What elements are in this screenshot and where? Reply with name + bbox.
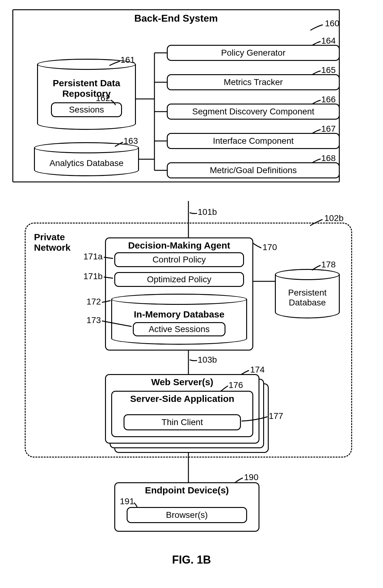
ref-102b: 102b	[324, 213, 343, 223]
metric-goal-box: Metric/Goal Definitions	[167, 162, 340, 178]
ref-167: 167	[321, 124, 336, 134]
metrics-tracker-box: Metrics Tracker	[167, 74, 340, 90]
optimized-policy-box: Optimized Policy	[114, 272, 244, 287]
control-policy-box: Control Policy	[114, 252, 244, 267]
figure-label: FIG. 1B	[12, 553, 371, 566]
active-sessions-box: Active Sessions	[133, 322, 225, 336]
ref-170: 170	[263, 242, 277, 252]
backend-title: Back-End System	[13, 13, 339, 24]
ref-164: 164	[321, 36, 336, 46]
browsers-box: Browser(s)	[127, 507, 247, 523]
ref-166: 166	[321, 95, 336, 104]
agent-title: Decision-Making Agent	[106, 240, 252, 251]
analytics-database: Analytics Database	[34, 142, 139, 176]
ref-171b: 171b	[83, 271, 103, 281]
in-memory-db-title: In-Memory Database	[134, 309, 224, 320]
active-sessions-label: Active Sessions	[149, 324, 210, 334]
control-policy-label: Control Policy	[153, 255, 206, 265]
diagram-canvas: 100b Back-End System 160 Persistent Data…	[12, 9, 371, 572]
persistent-database: Persistent Database	[275, 269, 340, 318]
in-memory-database: In-Memory Database Active Sessions	[111, 294, 247, 345]
ref-160: 160	[325, 19, 339, 28]
persistent-db-label: Persistent Database	[288, 288, 327, 308]
thin-client-label: Thin Client	[162, 417, 203, 427]
private-network-title: Private Network	[34, 232, 70, 253]
ref-178: 178	[321, 260, 336, 270]
ref-161: 161	[120, 55, 135, 65]
metric-goal-label: Metric/Goal Definitions	[210, 165, 297, 175]
interface-component-box: Interface Component	[167, 133, 340, 149]
ref-173: 173	[86, 315, 101, 325]
ref-171a: 171a	[83, 252, 103, 262]
ref-163: 163	[124, 136, 138, 146]
ref-177: 177	[269, 411, 283, 421]
policy-generator-box: Policy Generator	[167, 45, 340, 61]
policy-generator-label: Policy Generator	[221, 48, 286, 58]
ref-165: 165	[321, 65, 336, 75]
ref-190: 190	[244, 472, 259, 482]
ref-174: 174	[250, 365, 265, 375]
segment-discovery-box: Segment Discovery Component	[167, 104, 340, 120]
sessions-label: Sessions	[69, 105, 104, 115]
segment-discovery-label: Segment Discovery Component	[192, 107, 314, 117]
endpoint-title: Endpoint Device(s)	[115, 485, 259, 496]
thin-client-box: Thin Client	[124, 414, 241, 430]
interface-component-label: Interface Component	[213, 136, 294, 146]
ref-168: 168	[321, 153, 336, 163]
optimized-policy-label: Optimized Policy	[147, 275, 212, 284]
ref-103b: 103b	[198, 355, 217, 365]
ref-162: 162	[96, 93, 110, 103]
ref-176: 176	[229, 380, 243, 390]
ref-101b: 101b	[198, 207, 217, 217]
persistent-data-repository: Persistent Data Repository Sessions	[37, 59, 136, 130]
analytics-db-label: Analytics Database	[49, 158, 124, 168]
metrics-tracker-label: Metrics Tracker	[224, 77, 283, 87]
sessions-box: Sessions	[51, 102, 122, 117]
ref-191: 191	[120, 496, 134, 506]
browsers-label: Browser(s)	[166, 510, 208, 520]
server-side-app-title: Server-Side Application	[112, 394, 252, 404]
ref-172: 172	[86, 297, 101, 307]
